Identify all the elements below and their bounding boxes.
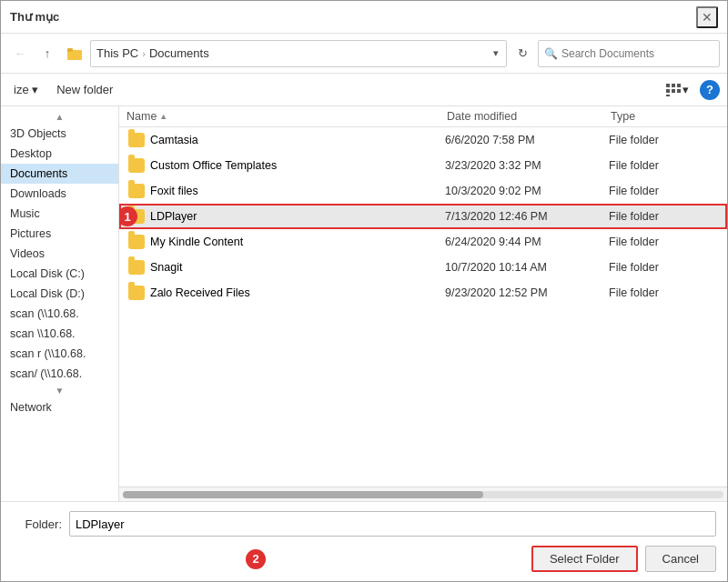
file-name: Snagit: [150, 261, 182, 274]
file-row-snagit[interactable]: Snagit 10/7/2020 10:14 AM File folder: [119, 255, 727, 280]
main-content: ▲ 3D Objects Desktop Documents Downloads…: [1, 106, 727, 501]
folder-icon: [128, 235, 145, 249]
file-name-cell: Custom Office Templates: [128, 158, 445, 173]
file-date: 3/23/2020 3:32 PM: [445, 159, 609, 172]
hscroll-track: [123, 491, 723, 498]
svg-rect-9: [666, 95, 670, 96]
address-bar[interactable]: This PC › Documents ▾: [90, 40, 507, 67]
file-row-camtasia[interactable]: Camtasia 6/6/2020 7:58 PM File folder: [119, 127, 727, 153]
file-type: File folder: [609, 210, 718, 223]
sidebar-item-scan2[interactable]: scan \\10.68.: [1, 324, 118, 344]
sidebar-scroll-down: ▼: [1, 384, 118, 397]
cancel-button[interactable]: Cancel: [645, 546, 716, 572]
sidebar-item-local-d[interactable]: Local Disk (D:): [1, 284, 118, 304]
file-name: Foxit files: [150, 185, 198, 197]
file-type: File folder: [609, 159, 718, 172]
header-type[interactable]: Type: [611, 110, 720, 123]
file-type: File folder: [609, 134, 718, 146]
file-type: File folder: [609, 261, 718, 274]
annotation-2: 2: [246, 549, 266, 569]
file-name-cell: Foxit files: [128, 184, 445, 198]
horizontal-scrollbar[interactable]: [119, 487, 727, 501]
file-list-header: Name ▲ Date modified Type: [119, 106, 727, 127]
file-type: File folder: [609, 286, 718, 299]
organize-button[interactable]: ize ▾: [8, 80, 44, 99]
hscroll-thumb[interactable]: [123, 491, 483, 498]
button-row: 2 Select Folder Cancel: [12, 546, 716, 572]
footer: Folder: 2 Select Folder Cancel: [1, 501, 727, 581]
title-bar: Thư mục ✕: [1, 1, 727, 34]
crumb-documents: Documents: [149, 46, 209, 60]
new-folder-button[interactable]: New folder: [51, 80, 118, 99]
file-date: 9/23/2020 12:52 PM: [445, 286, 609, 299]
up-button[interactable]: ↑: [35, 42, 59, 65]
search-input[interactable]: [561, 47, 713, 60]
search-box[interactable]: 🔍: [538, 40, 720, 67]
crumb-separator-1: ›: [142, 48, 146, 59]
sidebar-item-desktop[interactable]: Desktop: [1, 144, 118, 164]
address-crumbs: This PC › Documents: [96, 46, 491, 60]
address-dropdown-btn[interactable]: ▾: [491, 47, 500, 59]
folder-icon: [128, 133, 145, 147]
dialog-window: Thư mục ✕ ← ↑ This PC › Documents ▾ ↻ 🔍 …: [0, 0, 728, 582]
svg-rect-6: [666, 89, 670, 93]
file-name-cell: My Kindle Content: [128, 235, 445, 249]
sidebar-item-scan1[interactable]: scan (\\10.68.: [1, 304, 118, 324]
svg-rect-8: [677, 89, 681, 93]
file-row-kindle[interactable]: My Kindle Content 6/24/2020 9:44 PM File…: [119, 229, 727, 255]
close-button[interactable]: ✕: [696, 6, 718, 28]
sidebar-item-local-c[interactable]: Local Disk (C:): [1, 264, 118, 284]
select-folder-button[interactable]: Select Folder: [531, 546, 638, 572]
folder-icon: [128, 260, 145, 275]
folder-icon-btn: [63, 42, 86, 65]
file-row-ldplayer[interactable]: 1 LDPlayer 7/13/2020 12:46 PM File folde…: [119, 204, 727, 229]
sidebar-item-downloads[interactable]: Downloads: [1, 184, 118, 204]
svg-rect-2: [67, 48, 73, 52]
dialog-title: Thư mục: [10, 10, 59, 24]
file-name-cell: LDPlayer: [128, 209, 445, 224]
file-type: File folder: [609, 236, 718, 248]
file-date: 6/6/2020 7:58 PM: [445, 134, 609, 146]
file-name: LDPlayer: [150, 210, 197, 223]
sidebar-item-3d-objects[interactable]: 3D Objects: [1, 124, 118, 144]
file-name: Camtasia: [150, 134, 198, 146]
file-date: 10/3/2020 9:02 PM: [445, 185, 609, 197]
back-button[interactable]: ←: [8, 42, 32, 65]
file-type: File folder: [609, 185, 718, 197]
folder-icon: [128, 158, 145, 173]
organize-label: ize ▾: [14, 83, 38, 96]
svg-rect-3: [666, 84, 670, 87]
folder-input[interactable]: [69, 511, 716, 537]
sidebar-item-documents[interactable]: Documents: [1, 164, 118, 184]
file-row-zalo[interactable]: Zalo Received Files 9/23/2020 12:52 PM F…: [119, 280, 727, 306]
file-name: My Kindle Content: [150, 236, 243, 248]
view-icon: [666, 84, 682, 96]
file-area: Name ▲ Date modified Type Camtasia 6: [119, 106, 727, 501]
file-name-cell: Zalo Received Files: [128, 286, 445, 300]
help-button[interactable]: ?: [700, 80, 720, 100]
file-row-custom-office[interactable]: Custom Office Templates 3/23/2020 3:32 P…: [119, 153, 727, 178]
folder-row: Folder:: [12, 511, 716, 537]
file-list: Camtasia 6/6/2020 7:58 PM File folder Cu…: [119, 127, 727, 487]
sidebar-item-scan3[interactable]: scan r (\\10.68.: [1, 344, 118, 364]
file-name: Zalo Received Files: [150, 286, 250, 299]
sidebar-item-videos[interactable]: Videos: [1, 244, 118, 264]
sidebar-item-network[interactable]: Network: [1, 397, 118, 417]
svg-rect-7: [672, 89, 675, 93]
file-name-cell: Snagit: [128, 260, 445, 275]
sidebar-scroll-up: ▲: [1, 110, 118, 124]
header-name[interactable]: Name ▲: [126, 110, 447, 123]
file-row-foxit[interactable]: Foxit files 10/3/2020 9:02 PM File folde…: [119, 178, 727, 204]
sort-arrow-name: ▲: [159, 112, 167, 121]
header-date[interactable]: Date modified: [447, 110, 611, 123]
file-date: 7/13/2020 12:46 PM: [445, 210, 609, 223]
folder-label: Folder:: [12, 517, 62, 531]
address-toolbar: ← ↑ This PC › Documents ▾ ↻ 🔍: [1, 34, 727, 74]
sidebar-item-pictures[interactable]: Pictures: [1, 224, 118, 244]
sidebar-item-music[interactable]: Music: [1, 204, 118, 224]
folder-icon: [128, 184, 145, 198]
sidebar: ▲ 3D Objects Desktop Documents Downloads…: [1, 106, 119, 501]
view-button[interactable]: ▾: [662, 80, 693, 99]
refresh-button[interactable]: ↻: [511, 42, 534, 65]
sidebar-item-scan4[interactable]: scan/ (\\10.68.: [1, 364, 118, 384]
